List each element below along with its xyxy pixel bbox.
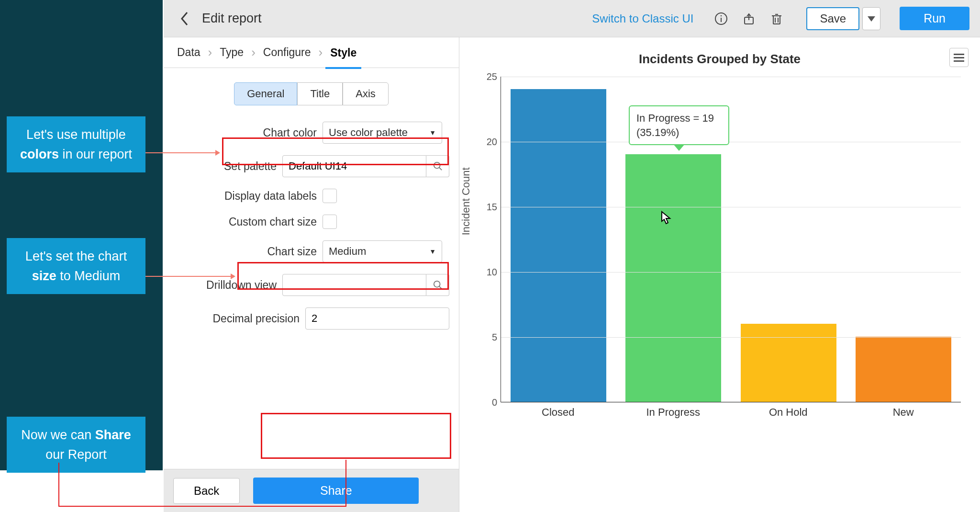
back-button[interactable]: Back (173, 478, 240, 504)
tooltip-line1: In Progress = 19 (636, 111, 722, 125)
run-button[interactable]: Run (900, 7, 969, 30)
chart-size-label: Chart size (173, 245, 317, 258)
chart-area: Incidents Grouped by State Incident Coun… (459, 37, 980, 512)
custom-size-checkbox[interactable] (323, 215, 337, 229)
bar-on-hold[interactable] (741, 324, 836, 402)
bar-new[interactable] (856, 337, 951, 402)
chevron-right-icon: › (208, 45, 212, 60)
bar-closed[interactable] (511, 89, 606, 402)
callout-colors: Let's use multiple colors in our report (7, 116, 145, 172)
share-icon[interactable] (738, 8, 759, 29)
style-form: General Title Axis Chart color Use color… (164, 68, 459, 469)
chart-size-select[interactable]: Medium ▼ (323, 240, 442, 262)
display-labels-checkbox[interactable] (323, 189, 337, 203)
decimal-label: Decimal precision (173, 312, 300, 325)
save-button[interactable]: Save (806, 7, 859, 30)
info-icon[interactable] (711, 8, 732, 29)
caret-down-icon: ▼ (429, 248, 436, 255)
page-title: Edit report (202, 11, 262, 26)
save-group: Save (806, 7, 880, 30)
chart-color-label: Chart color (173, 126, 317, 139)
y-tick-label: 10 (482, 267, 497, 278)
x-label: New (856, 406, 951, 419)
field-drilldown: Drilldown view (173, 274, 449, 296)
save-dropdown-button[interactable] (862, 7, 880, 30)
callout-connector (58, 506, 346, 507)
style-sub-tabs: General Title Axis (173, 82, 449, 105)
trash-icon[interactable] (766, 8, 787, 29)
svg-point-11 (434, 162, 440, 169)
set-palette-label: Set palette (173, 160, 277, 173)
x-label: In Progress (625, 406, 721, 419)
callout-connector (345, 460, 346, 507)
callout-connector (58, 463, 59, 507)
bars-group (501, 77, 961, 402)
svg-marker-10 (868, 16, 875, 22)
field-chart-color: Chart color Use color palette ▼ (173, 122, 449, 144)
y-tick-label: 15 (482, 202, 497, 213)
chevron-right-icon: › (319, 45, 323, 60)
chart-context-menu[interactable] (949, 48, 969, 67)
svg-line-12 (439, 168, 441, 170)
svg-point-2 (721, 15, 722, 16)
chart-grid: 0510152025 (501, 77, 961, 402)
caret-down-icon: ▼ (429, 129, 436, 137)
top-bar: Edit report Switch to Classic UI Save Ru… (164, 0, 980, 37)
y-tick-label: 20 (482, 137, 497, 148)
svg-rect-5 (773, 16, 780, 24)
field-chart-size: Chart size Medium ▼ (173, 240, 449, 262)
chart-color-value: Use color palette (329, 126, 408, 139)
tooltip-line2: (35.19%) (636, 125, 722, 140)
field-decimal: Decimal precision (173, 307, 449, 330)
custom-size-label: Custom chart size (173, 216, 317, 228)
plot-area: Incident Count 0510152025 ClosedIn Progr… (471, 77, 969, 436)
callout-arrow (145, 152, 219, 153)
callout-arrow (145, 276, 234, 277)
config-panel: Data › Type › Configure › Style General … (164, 37, 459, 512)
decimal-input[interactable] (305, 307, 449, 330)
back-icon[interactable] (174, 8, 195, 29)
display-labels-label: Display data labels (173, 190, 317, 203)
svg-point-13 (434, 281, 440, 287)
lookup-drilldown-button[interactable] (426, 274, 449, 296)
x-label: On Hold (740, 406, 836, 419)
tab-type[interactable]: Type (215, 43, 248, 62)
tutorial-margin (0, 0, 163, 470)
lookup-palette-button[interactable] (426, 155, 449, 177)
chart-color-select[interactable]: Use color palette ▼ (323, 122, 442, 144)
y-tick-label: 5 (482, 332, 497, 343)
y-tick-label: 0 (482, 397, 497, 408)
x-axis-labels: ClosedIn ProgressOn HoldNew (501, 406, 961, 419)
set-palette-input[interactable] (282, 155, 426, 177)
svg-line-14 (439, 286, 441, 289)
app-frame: Edit report Switch to Classic UI Save Ru… (164, 0, 980, 512)
field-custom-size: Custom chart size (173, 215, 449, 229)
y-tick-label: 25 (482, 71, 497, 82)
field-set-palette: Set palette (173, 155, 449, 177)
y-axis-label: Incident Count (460, 167, 472, 235)
chart-title: Incidents Grouped by State (639, 52, 801, 67)
switch-classic-link[interactable]: Switch to Classic UI (592, 12, 693, 25)
callout-size: Let's set the chart size to Medium (7, 238, 145, 294)
tab-data[interactable]: Data (172, 43, 205, 62)
share-button[interactable]: Share (253, 478, 419, 504)
chevron-right-icon: › (251, 45, 256, 60)
field-display-labels: Display data labels (173, 189, 449, 203)
chart-header: Incidents Grouped by State (471, 46, 969, 72)
subtab-title[interactable]: Title (297, 82, 343, 105)
drilldown-input[interactable] (282, 274, 426, 296)
drilldown-label: Drilldown view (173, 279, 277, 292)
tab-configure[interactable]: Configure (258, 43, 316, 62)
bar-in-progress[interactable] (625, 154, 721, 402)
tab-style[interactable]: Style (325, 44, 361, 69)
chart-size-value: Medium (329, 245, 366, 258)
callout-share: Now we can Share our Report (7, 417, 145, 473)
subtab-general[interactable]: General (234, 82, 297, 105)
x-label: Closed (510, 406, 606, 419)
subtab-axis[interactable]: Axis (343, 82, 389, 105)
cursor-pointer-icon (660, 211, 673, 225)
wizard-steps: Data › Type › Configure › Style (164, 37, 459, 68)
bar-tooltip: In Progress = 19 (35.19%) (629, 105, 729, 145)
